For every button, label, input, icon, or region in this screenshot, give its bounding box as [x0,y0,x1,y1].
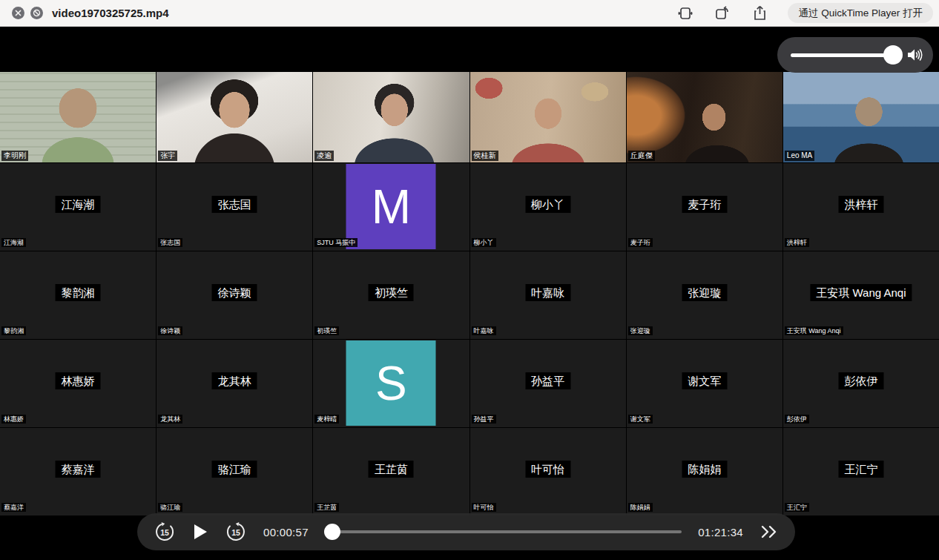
participant-name-label: 陈娟娟 [628,503,653,512]
participant-tile: 张志国张志国 [156,163,312,251]
popout-icon[interactable] [714,4,731,22]
participant-grid: 李明刚 张宇 凌逾 侯桂新 丘庭傑 Leo MA 江海潮江海潮 张志国张志国 M… [0,72,939,515]
next-chevrons-icon[interactable] [760,524,779,539]
participant-tile: 彭依伊彭依伊 [783,340,939,427]
participant-tile: 林惠娇林惠娇 [0,340,156,427]
participant-name-chip: 麦子珩 [682,196,727,213]
participant-tile: MSJTU 马振中 [313,163,469,251]
participant-name-label: 张志国 [158,238,182,247]
participant-name-label: SJTU 马振中 [314,238,358,247]
participant-name-label: 王芷茵 [314,503,339,512]
duration: 01:21:34 [698,526,743,538]
close-icon[interactable] [12,7,24,19]
participant-tile: 王芷茵王芷茵 [313,428,469,515]
participant-name-chip: 柳小丫 [525,196,570,213]
participant-name-label: 林惠娇 [1,415,26,424]
participant-name-chip: 初瑛竺 [369,284,414,301]
participant-tile: 王汇宁王汇宁 [783,428,939,515]
play-icon[interactable] [192,523,208,541]
participant-name-chip: 张迎璇 [682,284,727,301]
participant-tile: 柳小丫柳小丫 [470,163,626,251]
participant-tile: 初瑛竺初瑛竺 [313,251,469,339]
participant-name-label: 侯桂新 [472,151,498,161]
participant-name-label: 江海潮 [1,238,26,247]
participant-tile: 蔡嘉洋蔡嘉洋 [0,428,156,515]
volume-slider[interactable] [777,37,933,73]
participant-tile: 王安琪 Wang Anqi王安琪 Wang Anqi [783,251,939,339]
share-icon[interactable] [751,4,768,22]
participant-name-chip: 彭依伊 [838,372,883,389]
current-time: 00:00:57 [263,526,309,538]
participant-name-label: 谢文军 [628,415,653,424]
participant-name-label: 洪梓轩 [785,238,809,247]
participant-tile: S麦梓晴 [313,340,469,427]
participant-name-label: 柳小丫 [472,238,496,247]
participant-name-label: 麦子珩 [628,238,653,247]
speaker-icon [906,47,923,62]
participant-tile: 叶嘉咏叶嘉咏 [470,251,626,339]
svg-text:15: 15 [160,528,169,537]
volume-track[interactable] [791,53,900,57]
participant-tile: 叶可怡叶可怡 [470,428,626,515]
window-title: video1970325725.mp4 [52,7,169,19]
participant-name-label: 张宇 [158,151,177,161]
participant-name-label: 叶可怡 [472,503,496,512]
participant-tile: 洪梓轩洪梓轩 [783,163,939,251]
participant-name-chip: 江海潮 [56,196,101,213]
video-player-canvas: 李明刚 张宇 凌逾 侯桂新 丘庭傑 Leo MA 江海潮江海潮 张志国张志国 M… [0,27,939,560]
participant-name-chip: 蔡嘉洋 [56,461,101,478]
participant-tile: 陈娟娟陈娟娟 [627,428,782,515]
participant-tile: 骆江瑜骆江瑜 [156,428,312,515]
playback-control-bar: 15 15 00:00:57 01:21:34 [137,513,795,550]
seek-knob[interactable] [324,524,340,540]
participant-name-label: 王汇宁 [785,503,809,512]
participant-tile: 龙其林龙其林 [156,340,312,427]
participant-name-label: 丘庭傑 [628,151,655,161]
open-with-quicktime-button[interactable]: 通过 QuickTime Player 打开 [788,3,933,23]
video-feed-tile: 凌逾 [313,72,469,162]
video-feed-tile: 侯桂新 [470,72,626,162]
avatar: S [346,340,436,426]
skip-forward-15-icon[interactable]: 15 [225,521,247,543]
participant-name-label: 蔡嘉洋 [1,503,26,512]
participant-name-chip: 林惠娇 [56,372,101,389]
video-feed-tile: Leo MA [783,72,939,162]
seek-track[interactable] [325,530,682,533]
participant-name-label: 初瑛竺 [314,326,339,335]
participant-tile: 麦子珩麦子珩 [627,163,782,251]
avatar: M [346,164,436,249]
participant-name-label: 孙益平 [472,415,496,424]
video-feed-tile: 李明刚 [0,72,156,162]
volume-knob[interactable] [883,45,903,65]
video-feed-tile: 张宇 [156,72,312,162]
seek-bar[interactable] [325,524,682,540]
participant-name-chip: 王安琪 Wang Anqi [810,284,912,301]
participant-name-label: 张迎璇 [628,326,653,335]
shrink-icon[interactable] [676,4,694,22]
participant-name-chip: 徐诗颖 [212,284,257,301]
participant-name-label: 龙其林 [158,415,182,424]
participant-name-chip: 王汇宁 [838,461,883,478]
participant-name-label: Leo MA [785,151,814,161]
participant-name-label: 凌逾 [314,151,334,161]
svg-text:15: 15 [231,528,240,537]
participant-name-label: 王安琪 Wang Anqi [785,326,843,335]
participant-name-label: 骆江瑜 [158,503,182,512]
participant-tile: 谢文军谢文军 [627,340,782,427]
participant-name-chip: 骆江瑜 [212,461,257,478]
participant-tile: 张迎璇张迎璇 [627,251,782,339]
participant-tile: 孙益平孙益平 [470,340,626,427]
participant-name-label: 叶嘉咏 [472,326,496,335]
participant-tile: 江海潮江海潮 [0,163,156,251]
participant-name-chip: 陈娟娟 [682,461,727,478]
blocked-icon[interactable] [30,7,43,19]
participant-tile: 徐诗颖徐诗颖 [156,251,312,339]
participant-name-chip: 龙其林 [212,372,257,389]
participant-name-chip: 孙益平 [525,372,570,389]
participant-name-chip: 叶嘉咏 [525,284,570,301]
participant-name-label: 徐诗颖 [158,326,182,335]
participant-name-label: 李明刚 [1,151,28,161]
skip-back-15-icon[interactable]: 15 [154,521,176,543]
participant-name-chip: 叶可怡 [525,461,570,478]
video-feed-tile: 丘庭傑 [627,72,782,162]
